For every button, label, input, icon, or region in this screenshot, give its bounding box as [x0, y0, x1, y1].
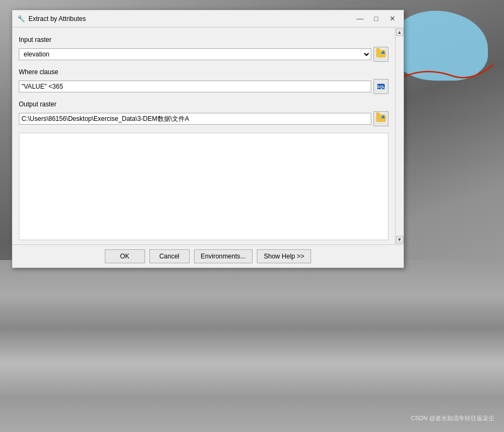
scroll-down-button[interactable]: ▼: [396, 236, 404, 243]
dialog-scrollbar: ▲ ▼: [395, 27, 404, 244]
dialog-main-content: Input raster elevation Where clause: [12, 27, 395, 244]
cancel-button[interactable]: Cancel: [149, 249, 190, 263]
input-raster-row: elevation: [19, 47, 388, 62]
extract-by-attributes-dialog: 🔧 Extract by Attributes — □ ✕ Input rast…: [12, 10, 404, 268]
input-raster-select[interactable]: elevation: [19, 48, 371, 60]
titlebar-controls: — □ ✕: [353, 13, 399, 25]
sql-button[interactable]: SQL: [373, 79, 388, 94]
show-help-button[interactable]: Show Help >>: [257, 249, 311, 263]
minimize-button[interactable]: —: [353, 13, 367, 25]
where-clause-label: Where clause: [19, 68, 388, 76]
where-clause-input[interactable]: [19, 81, 371, 92]
dialog-titlebar: 🔧 Extract by Attributes — □ ✕: [12, 10, 404, 27]
dialog-body: Input raster elevation Where clause: [12, 27, 404, 244]
output-raster-input[interactable]: [19, 113, 371, 125]
output-raster-row: [19, 111, 388, 126]
folder-browse-icon: [376, 50, 386, 59]
output-raster-label: Output raster: [19, 100, 388, 108]
environments-button[interactable]: Environments...: [194, 249, 253, 263]
output-raster-browse-button[interactable]: [373, 111, 388, 126]
dialog-title-icon: 🔧: [17, 15, 25, 23]
input-raster-browse-button[interactable]: [373, 47, 388, 62]
input-raster-label: Input raster: [19, 36, 388, 44]
empty-workspace: [19, 133, 388, 240]
dialog-title: Extract by Attributes: [28, 15, 353, 23]
ok-button[interactable]: OK: [105, 249, 145, 263]
close-button[interactable]: ✕: [385, 13, 399, 25]
folder-output-icon: [376, 114, 386, 123]
dialog-footer: OK Cancel Environments... Show Help >>: [12, 244, 404, 268]
where-clause-row: SQL: [19, 79, 388, 94]
maximize-button[interactable]: □: [369, 13, 383, 25]
scroll-up-button[interactable]: ▲: [396, 28, 404, 36]
watermark: CSDN @逝水如流年轻往返染尘: [411, 414, 494, 422]
background-bottom: [0, 260, 504, 432]
